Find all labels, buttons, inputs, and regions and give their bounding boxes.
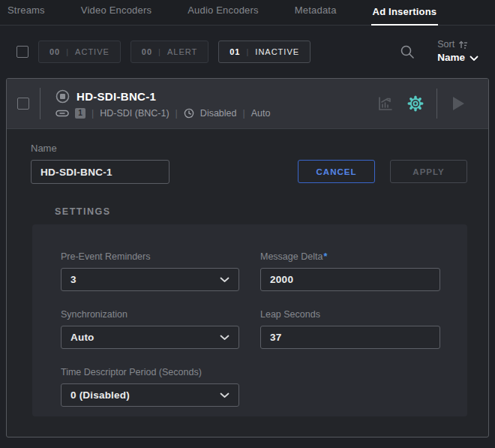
alert-count: 00 xyxy=(142,47,152,56)
time-descriptor-period-label: Time Descriptor Period (Seconds) xyxy=(61,367,239,377)
statistics-button[interactable] xyxy=(370,95,400,112)
icons-divider xyxy=(436,89,437,119)
filter-toolbar: 00 | ACTIVE 00 | ALERT 01 | INACTIVE Sor… xyxy=(0,26,495,78)
chevron-down-icon xyxy=(220,335,230,341)
bnc-port-icon xyxy=(56,110,69,117)
synchronization-value: Auto xyxy=(70,332,220,343)
active-label: ACTIVE xyxy=(75,47,110,56)
filter-inactive-button[interactable]: 01 | INACTIVE xyxy=(218,41,310,63)
device-interface: HD-SDI (BNC-1) xyxy=(100,108,169,119)
pre-event-reminders-label: Pre-Event Reminders xyxy=(61,251,239,262)
inactive-count: 01 xyxy=(230,47,240,56)
message-delta-input[interactable] xyxy=(260,268,440,291)
cancel-button[interactable]: CANCEL xyxy=(298,160,375,183)
tab-audio-encoders[interactable]: Audio Encoders xyxy=(186,5,260,25)
device-mode: Auto xyxy=(251,108,271,119)
time-descriptor-period-select[interactable]: 0 (Disabled) xyxy=(61,383,239,407)
start-button[interactable] xyxy=(443,95,473,112)
device-title: HD-SDI-BNC-1 xyxy=(76,90,156,103)
field-pre-event-reminders: Pre-Event Reminders 3 xyxy=(61,251,239,291)
search-icon xyxy=(400,44,415,59)
filter-divider: | xyxy=(246,47,249,56)
search-button[interactable] xyxy=(400,44,415,59)
schedule-status: Disabled xyxy=(200,108,237,119)
settings-button[interactable] xyxy=(400,93,430,114)
top-tab-bar: Streams Video Encoders Audio Encoders Me… xyxy=(0,0,495,26)
time-descriptor-period-value: 0 (Disabled) xyxy=(70,389,220,401)
sort-label: Sort xyxy=(437,39,454,51)
filter-divider: | xyxy=(158,47,161,56)
device-checkbox[interactable] xyxy=(17,98,29,110)
chevron-down-icon xyxy=(220,392,230,398)
tab-streams[interactable]: Streams xyxy=(6,5,46,25)
leap-seconds-input[interactable] xyxy=(260,326,440,349)
header-divider xyxy=(40,88,40,119)
gear-icon xyxy=(405,93,426,114)
tab-ad-insertions[interactable]: Ad Insertions xyxy=(371,6,439,26)
play-icon xyxy=(451,95,466,112)
name-label: Name xyxy=(31,143,170,154)
pre-event-reminders-select[interactable]: 3 xyxy=(61,268,239,291)
alert-label: ALERT xyxy=(167,47,197,56)
message-delta-label: Message Delta* xyxy=(260,251,440,262)
apply-button[interactable]: APPLY xyxy=(390,160,467,183)
device-card-header: HD-SDI-BNC-1 1 | HD-SDI (BNC-1) | Disabl… xyxy=(7,79,488,129)
field-synchronization: Synchronization Auto xyxy=(61,309,239,349)
field-time-descriptor-period: Time Descriptor Period (Seconds) 0 (Disa… xyxy=(61,367,239,407)
sort-control[interactable]: Sort Name xyxy=(437,39,478,65)
required-asterisk: * xyxy=(323,251,327,262)
synchronization-label: Synchronization xyxy=(61,309,239,320)
field-leap-seconds: Leap Seconds xyxy=(260,309,440,349)
sub-divider: | xyxy=(176,108,178,119)
filter-active-button[interactable]: 00 | ACTIVE xyxy=(38,41,121,63)
sub-divider: | xyxy=(243,108,245,119)
tab-video-encoders[interactable]: Video Encoders xyxy=(80,5,153,25)
tab-metadata[interactable]: Metadata xyxy=(293,5,338,25)
device-card: HD-SDI-BNC-1 1 | HD-SDI (BNC-1) | Disabl… xyxy=(6,78,489,437)
sort-ascending-icon xyxy=(458,40,468,50)
port-number-badge: 1 xyxy=(75,108,86,119)
device-status-icon xyxy=(56,89,70,104)
settings-heading: SETTINGS xyxy=(55,206,467,217)
synchronization-select[interactable]: Auto xyxy=(61,326,239,349)
inactive-label: INACTIVE xyxy=(255,47,299,56)
leap-seconds-label: Leap Seconds xyxy=(260,309,440,320)
filter-divider: | xyxy=(66,47,69,56)
chevron-down-icon xyxy=(220,277,230,283)
schedule-clock-icon xyxy=(184,108,194,119)
select-all-checkbox[interactable] xyxy=(16,46,28,58)
chevron-down-icon xyxy=(470,56,478,62)
sub-divider: | xyxy=(92,108,94,119)
field-message-delta: Message Delta* xyxy=(260,251,440,291)
sort-value: Name xyxy=(437,52,465,65)
active-count: 00 xyxy=(50,47,60,56)
chart-icon xyxy=(377,95,394,112)
filter-alert-button[interactable]: 00 | ALERT xyxy=(130,41,208,63)
name-input[interactable] xyxy=(31,160,170,184)
pre-event-reminders-value: 3 xyxy=(70,274,220,285)
settings-panel: Pre-Event Reminders 3 Message Delta* Syn… xyxy=(32,224,467,416)
